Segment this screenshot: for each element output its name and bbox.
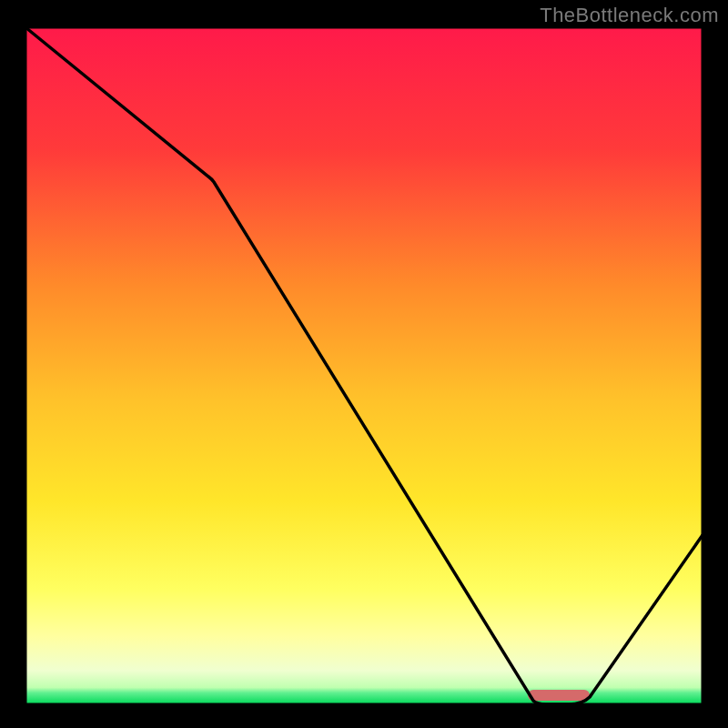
optimal-marker [528, 690, 590, 701]
plot-background [25, 27, 703, 704]
chart-svg [0, 0, 728, 728]
watermark-text: TheBottleneck.com [540, 4, 719, 27]
